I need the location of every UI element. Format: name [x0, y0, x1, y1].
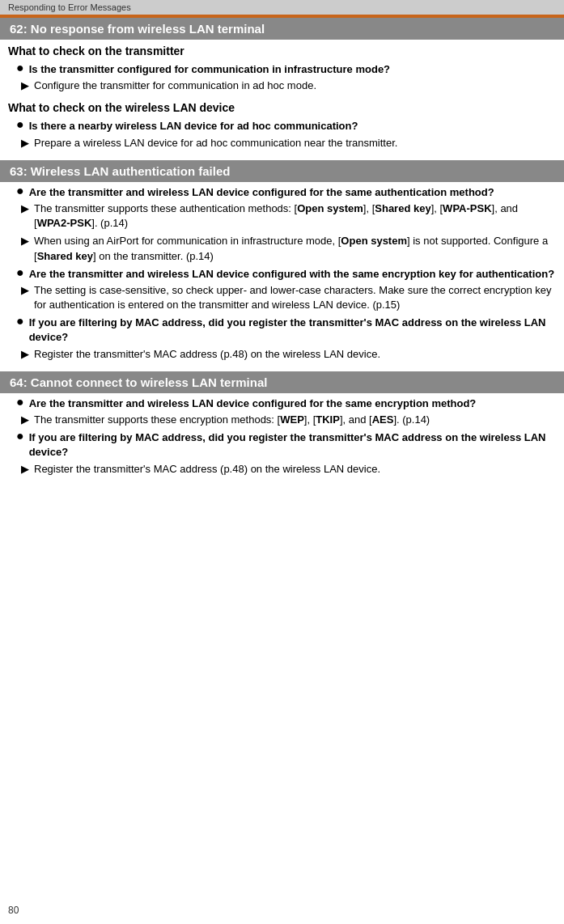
section-62: 62: No response from wireless LAN termin… [0, 18, 564, 150]
list-item: ▶ Prepare a wireless LAN device for ad h… [21, 136, 556, 150]
arrow-text: Register the transmitter's MAC address (… [34, 347, 380, 362]
list-item: ▶ The transmitter supports these authent… [21, 201, 556, 231]
list-item: ● Are the transmitter and wireless LAN d… [16, 267, 556, 282]
arrow-text: The transmitter supports these authentic… [34, 201, 556, 231]
arrow-icon: ▶ [21, 413, 29, 426]
bullet-text: Are the transmitter and wireless LAN dev… [29, 267, 554, 282]
arrow-icon: ▶ [21, 235, 29, 247]
list-item: ▶ The setting is case-sensitive, so chec… [21, 283, 556, 312]
list-item: ▶ Register the transmitter's MAC address… [21, 462, 556, 477]
list-item: ▶ When using an AirPort for communicatio… [21, 234, 556, 263]
arrow-text: Configure the transmitter for communicat… [34, 78, 316, 93]
arrow-text: Register the transmitter's MAC address (… [34, 462, 380, 477]
list-item: ● If you are filtering by MAC address, d… [16, 316, 556, 345]
subsection-wlan-content: ● Is there a nearby wireless LAN device … [0, 119, 564, 150]
bullet-icon: ● [16, 314, 24, 328]
section-64: 64: Cannot connect to wireless LAN termi… [0, 371, 564, 477]
section-62-header: 62: No response from wireless LAN termin… [0, 18, 564, 40]
arrow-icon: ▶ [21, 79, 29, 91]
list-item: ▶ The transmitter supports these encrypt… [21, 413, 556, 427]
bullet-text: Are the transmitter and wireless LAN dev… [29, 396, 477, 411]
section-63-header: 63: Wireless LAN authentication failed [0, 160, 564, 182]
bullet-text: Is there a nearby wireless LAN device fo… [29, 119, 358, 134]
bullet-icon: ● [16, 429, 24, 443]
bullet-text: Are the transmitter and wireless LAN dev… [29, 185, 494, 200]
bullet-icon: ● [16, 265, 24, 280]
bullet-text: If you are filtering by MAC address, did… [29, 316, 556, 345]
section-63: 63: Wireless LAN authentication failed ●… [0, 160, 564, 362]
list-item: ▶ Register the transmitter's MAC address… [21, 347, 556, 362]
arrow-text: The transmitter supports these encryptio… [34, 413, 430, 427]
list-item: ● Is there a nearby wireless LAN device … [16, 119, 556, 134]
list-item: ● If you are filtering by MAC address, d… [16, 430, 556, 460]
subsection-wlan-header: What to check on the wireless LAN device [0, 96, 564, 116]
list-item: ● Are the transmitter and wireless LAN d… [16, 396, 556, 411]
bullet-text: Is the transmitter configured for commun… [29, 62, 390, 77]
arrow-icon: ▶ [21, 463, 29, 475]
bullet-text: If you are filtering by MAC address, did… [29, 430, 556, 460]
bullet-icon: ● [16, 184, 24, 198]
arrow-icon: ▶ [21, 137, 29, 149]
subsection-transmitter-content: ● Is the transmitter configured for comm… [0, 62, 564, 93]
bullet-icon: ● [16, 61, 24, 75]
list-item: ▶ Configure the transmitter for communic… [21, 78, 556, 93]
section-63-content: ● Are the transmitter and wireless LAN d… [0, 185, 564, 362]
list-item: ● Are the transmitter and wireless LAN d… [16, 185, 556, 200]
bullet-icon: ● [16, 117, 24, 132]
arrow-text: When using an AirPort for communication … [34, 234, 556, 263]
arrow-text: Prepare a wireless LAN device for ad hoc… [34, 136, 397, 150]
arrow-text: The setting is case-sensitive, so check … [34, 283, 556, 312]
list-item: ● Is the transmitter configured for comm… [16, 62, 556, 77]
arrow-icon: ▶ [21, 348, 29, 360]
section-64-content: ● Are the transmitter and wireless LAN d… [0, 396, 564, 477]
breadcrumb: Responding to Error Messages [0, 0, 564, 15]
bullet-icon: ● [16, 395, 24, 409]
subsection-transmitter-header: What to check on the transmitter [0, 40, 564, 59]
section-64-header: 64: Cannot connect to wireless LAN termi… [0, 371, 564, 393]
page-container: Responding to Error Messages 62: No resp… [0, 0, 564, 924]
arrow-icon: ▶ [21, 284, 29, 296]
page-number: 80 [8, 905, 19, 916]
arrow-icon: ▶ [21, 202, 29, 214]
